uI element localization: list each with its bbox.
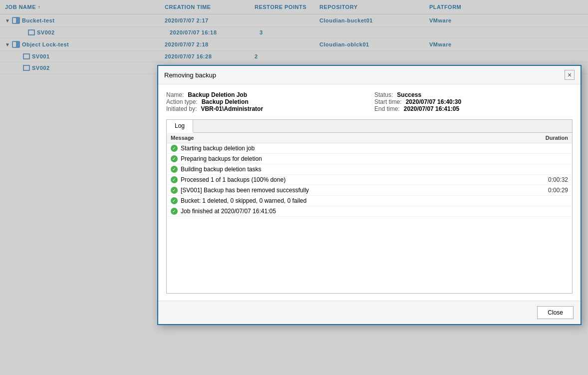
- name-value: Backup Deletion Job: [188, 91, 247, 98]
- check-icon: ✓: [171, 145, 178, 152]
- log-entry: ✓[SV001] Backup has been removed success…: [167, 185, 572, 196]
- log-table-header: Message Duration: [167, 133, 572, 143]
- dialog-title: Removing backup: [164, 71, 216, 79]
- start-value: 2020/07/07 16:40:30: [406, 98, 461, 105]
- log-entry-message: ✓Building backup deletion tasks: [171, 166, 533, 173]
- info-row-action: Action type: Backup Deletion: [166, 98, 364, 105]
- dialog-body: Name: Backup Deletion Job Action type: B…: [158, 84, 581, 301]
- initiated-value: VBR-01\Administrator: [201, 105, 263, 112]
- check-icon: ✓: [171, 176, 178, 183]
- log-entry: ✓Preparing backups for deletion: [167, 154, 572, 164]
- log-entry-message: ✓[SV001] Backup has been removed success…: [171, 187, 533, 194]
- name-label: Name:: [166, 91, 184, 98]
- log-entry-message: ✓Bucket: 1 deleted, 0 skipped, 0 warned,…: [171, 197, 533, 204]
- info-group-left: Name: Backup Deletion Job Action type: B…: [166, 91, 364, 112]
- log-content[interactable]: ✓Starting backup deletion job✓Preparing …: [167, 143, 572, 293]
- main-container: JOB NAME ↑ CREATION TIME RESTORE POINTS …: [0, 0, 588, 375]
- check-icon: ✓: [171, 155, 178, 162]
- info-row-name: Name: Backup Deletion Job: [166, 91, 364, 98]
- log-entry: ✓Bucket: 1 deleted, 0 skipped, 0 warned,…: [167, 196, 572, 206]
- check-icon: ✓: [171, 166, 178, 173]
- info-row-status: Status: Success: [374, 91, 573, 98]
- dialog-titlebar: Removing backup ×: [158, 66, 581, 84]
- log-entry: ✓Processed 1 of 1 backups (100% done)0:0…: [167, 175, 572, 185]
- removing-backup-dialog: Removing backup × Name: Backup Deletion …: [157, 65, 582, 325]
- info-row-start: Start time: 2020/07/07 16:40:30: [374, 98, 573, 105]
- log-tab[interactable]: Log: [167, 120, 193, 133]
- action-value: Backup Deletion: [202, 98, 249, 105]
- dialog-close-button[interactable]: ×: [565, 70, 575, 80]
- log-entry: ✓Building backup deletion tasks: [167, 164, 572, 175]
- info-row-end: End time: 2020/07/07 16:41:05: [374, 105, 573, 112]
- log-col-message-header: Message: [171, 135, 533, 141]
- info-grid: Name: Backup Deletion Job Action type: B…: [166, 91, 573, 112]
- log-tabs: Log: [167, 120, 572, 133]
- info-row-initiated: Initiated by: VBR-01\Administrator: [166, 105, 364, 112]
- action-label: Action type:: [166, 98, 198, 105]
- log-entry-message: ✓Job finished at 2020/07/07 16:41:05: [171, 208, 533, 215]
- end-value: 2020/07/07 16:41:05: [404, 105, 459, 112]
- log-col-duration-header: Duration: [533, 135, 568, 141]
- end-label: End time:: [374, 105, 400, 112]
- dialog-footer: Close: [158, 301, 581, 324]
- log-entry-message: ✓Preparing backups for deletion: [171, 155, 533, 162]
- log-entry: ✓Job finished at 2020/07/07 16:41:05: [167, 206, 572, 217]
- start-label: Start time:: [374, 98, 402, 105]
- check-icon: ✓: [171, 208, 178, 215]
- status-value: Success: [397, 91, 421, 98]
- check-icon: ✓: [171, 197, 178, 204]
- initiated-label: Initiated by:: [166, 105, 197, 112]
- log-entry-message: ✓Processed 1 of 1 backups (100% done): [171, 176, 533, 183]
- log-entry-message: ✓Starting backup deletion job: [171, 145, 533, 152]
- log-entry-duration: 0:00:32: [533, 176, 568, 183]
- info-group-right: Status: Success Start time: 2020/07/07 1…: [374, 91, 573, 112]
- check-icon: ✓: [171, 187, 178, 194]
- log-entry-duration: 0:00:29: [533, 187, 568, 194]
- status-label: Status:: [374, 91, 393, 98]
- log-entry: ✓Starting backup deletion job: [167, 143, 572, 154]
- close-button[interactable]: Close: [537, 306, 574, 319]
- log-section: Log Message Duration ✓Starting backup de…: [166, 119, 573, 294]
